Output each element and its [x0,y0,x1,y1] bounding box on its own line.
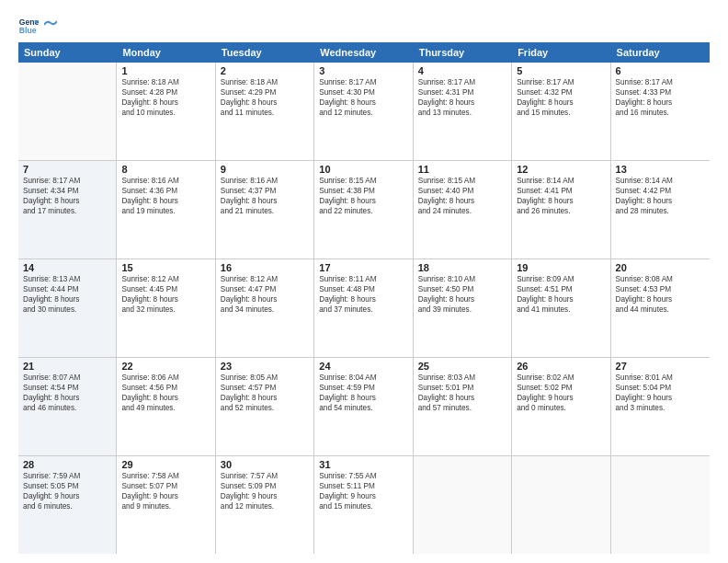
cell-info-line: and 10 minutes. [121,108,210,118]
cell-info-line: and 16 minutes. [616,108,705,118]
cell-info-line: Sunset: 4:48 PM [319,284,407,294]
cell-info-line: Sunset: 4:38 PM [319,186,407,196]
cell-info-line: Sunset: 4:36 PM [121,186,210,196]
calendar-cell: 17Sunrise: 8:11 AMSunset: 4:48 PMDayligh… [314,259,413,357]
cell-info-line: Sunrise: 8:14 AM [517,176,605,186]
calendar-cell [611,456,710,554]
header-day-wednesday: Wednesday [314,42,413,63]
calendar-cell [512,456,610,554]
day-number: 21 [23,361,111,372]
day-number: 5 [517,65,605,76]
day-number: 6 [616,65,705,76]
cell-info-line: Sunset: 5:09 PM [221,481,309,491]
calendar-week-3: 14Sunrise: 8:13 AMSunset: 4:44 PMDayligh… [18,259,710,358]
logo-icon: General Blue [18,15,39,35]
cell-info-line: and 37 minutes. [319,304,407,315]
cell-info-line: Sunrise: 8:13 AM [23,274,111,284]
cell-info-line: Daylight: 8 hours [23,196,111,206]
cell-info-line: Daylight: 9 hours [319,491,407,501]
day-number: 30 [221,459,309,470]
cell-info-line: Sunrise: 8:09 AM [517,274,605,284]
calendar-cell: 9Sunrise: 8:16 AMSunset: 4:37 PMDaylight… [216,161,314,259]
day-number: 28 [23,459,111,470]
calendar-cell: 2Sunrise: 8:18 AMSunset: 4:29 PMDaylight… [216,63,314,160]
cell-info-line: and 12 minutes. [221,501,309,511]
cell-info-line: Sunset: 4:45 PM [121,284,210,294]
header-day-friday: Friday [512,42,610,63]
calendar-week-2: 7Sunrise: 8:17 AMSunset: 4:34 PMDaylight… [18,161,710,259]
cell-info-line: Sunrise: 8:11 AM [319,274,407,284]
cell-info-line: Sunrise: 8:15 AM [319,176,407,186]
cell-info-line: Sunrise: 8:17 AM [418,77,506,87]
cell-info-line: and 44 minutes. [616,304,705,315]
cell-info-line: and 21 minutes. [221,206,309,216]
cell-info-line: and 32 minutes. [121,304,210,315]
cell-info-line: Sunset: 5:04 PM [616,383,705,393]
calendar-cell: 15Sunrise: 8:12 AMSunset: 4:45 PMDayligh… [117,259,215,357]
cell-info-line: Sunset: 4:40 PM [418,186,506,196]
day-number: 31 [319,459,407,470]
cell-info-line: Daylight: 8 hours [121,98,210,108]
cell-info-line: and 6 minutes. [23,501,111,511]
calendar-cell [414,456,512,554]
day-number: 24 [319,361,407,372]
cell-info-line: Sunrise: 8:15 AM [418,176,506,186]
cell-info-line: Sunrise: 8:01 AM [616,373,705,383]
cell-info-line: Sunset: 4:29 PM [221,87,309,98]
cell-info-line: Sunrise: 8:16 AM [221,176,309,186]
cell-info-line: Daylight: 8 hours [319,294,407,304]
cell-info-line: Sunrise: 8:07 AM [23,373,111,383]
logo-wave-icon [44,17,57,29]
calendar-cell: 1Sunrise: 8:18 AMSunset: 4:28 PMDaylight… [117,63,215,160]
cell-info-line: Sunrise: 8:05 AM [221,373,309,383]
cell-info-line: Sunrise: 8:17 AM [23,176,111,186]
cell-info-line: Daylight: 8 hours [23,393,111,403]
calendar-cell: 8Sunrise: 8:16 AMSunset: 4:36 PMDaylight… [117,161,215,259]
cell-info-line: Sunrise: 8:17 AM [319,77,407,87]
cell-info-line: and 24 minutes. [418,206,506,216]
cell-info-line: and 26 minutes. [517,206,605,216]
calendar-cell: 30Sunrise: 7:57 AMSunset: 5:09 PMDayligh… [216,456,314,554]
cell-info-line: Sunrise: 8:04 AM [319,373,407,383]
calendar-cell: 11Sunrise: 8:15 AMSunset: 4:40 PMDayligh… [414,161,512,259]
cell-info-line: Sunset: 4:42 PM [616,186,705,196]
cell-info-line: Daylight: 8 hours [418,393,506,403]
calendar-cell: 13Sunrise: 8:14 AMSunset: 4:42 PMDayligh… [611,161,710,259]
cell-info-line: Sunset: 4:50 PM [418,284,506,294]
logo: General Blue [18,15,57,35]
cell-info-line: Daylight: 9 hours [23,491,111,501]
header-day-monday: Monday [117,42,215,63]
day-number: 16 [221,262,309,273]
cell-info-line: Sunset: 4:53 PM [616,284,705,294]
day-number: 12 [517,164,605,175]
cell-info-line: Sunset: 4:30 PM [319,87,407,98]
day-number: 22 [121,361,210,372]
cell-info-line: Sunrise: 8:02 AM [517,373,605,383]
calendar-cell: 22Sunrise: 8:06 AMSunset: 4:56 PMDayligh… [117,358,215,455]
cell-info-line: Daylight: 8 hours [121,196,210,206]
day-number: 11 [418,164,506,175]
cell-info-line: and 15 minutes. [319,501,407,511]
cell-info-line: and 9 minutes. [121,501,210,511]
cell-info-line: Sunset: 5:02 PM [517,383,605,393]
calendar-cell: 18Sunrise: 8:10 AMSunset: 4:50 PMDayligh… [414,259,512,357]
calendar-cell: 21Sunrise: 8:07 AMSunset: 4:54 PMDayligh… [18,358,117,455]
cell-info-line: Sunrise: 8:06 AM [121,373,210,383]
calendar-cell: 4Sunrise: 8:17 AMSunset: 4:31 PMDaylight… [414,63,512,160]
cell-info-line: and 3 minutes. [616,403,705,413]
cell-info-line: Sunset: 4:57 PM [221,383,309,393]
calendar-cell: 24Sunrise: 8:04 AMSunset: 4:59 PMDayligh… [314,358,413,455]
cell-info-line: and 49 minutes. [121,403,210,413]
day-number: 8 [121,164,210,175]
calendar-cell: 27Sunrise: 8:01 AMSunset: 5:04 PMDayligh… [611,358,710,455]
calendar-cell: 12Sunrise: 8:14 AMSunset: 4:41 PMDayligh… [512,161,610,259]
cell-info-line: Sunrise: 8:12 AM [221,274,309,284]
cell-info-line: Sunset: 4:31 PM [418,87,506,98]
day-number: 25 [418,361,506,372]
cell-info-line: and 34 minutes. [221,304,309,315]
day-number: 14 [23,262,111,273]
day-number: 1 [121,65,210,76]
cell-info-line: and 52 minutes. [221,403,309,413]
calendar-header: SundayMondayTuesdayWednesdayThursdayFrid… [18,42,710,63]
cell-info-line: Daylight: 8 hours [319,98,407,108]
